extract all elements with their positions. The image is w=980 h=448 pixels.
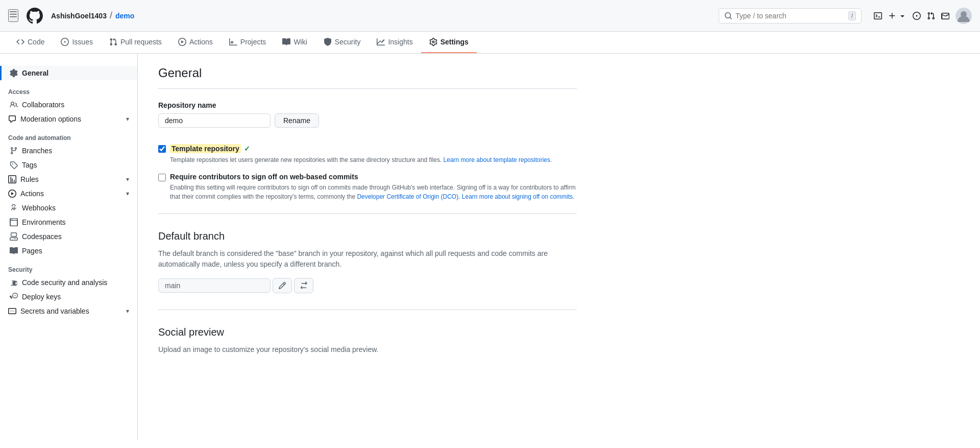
sidebar-item-moderation[interactable]: Moderation options ▾	[0, 112, 137, 126]
template-repo-desc: Template repositories let users generate…	[170, 155, 577, 164]
sidebar-item-deploy-keys[interactable]: Deploy keys	[0, 290, 137, 304]
code-security-icon	[10, 278, 18, 287]
sidebar-webhooks-label: Webhooks	[22, 204, 56, 212]
sidebar-item-environments[interactable]: Environments	[0, 215, 137, 229]
sidebar-item-code-security[interactable]: Code security and analysis	[0, 275, 137, 290]
pencil-icon	[278, 281, 286, 290]
sidebar-moderation-label: Moderation options	[20, 115, 81, 123]
sidebar-tags-label: Tags	[22, 161, 37, 169]
template-repo-label-wrap: Template repository ✓ Template repositor…	[170, 144, 577, 164]
sign-off-label-wrap: Require contributors to sign off on web-…	[170, 173, 577, 201]
template-repo-highlight: Template repository	[170, 144, 241, 153]
sidebar-deploy-keys-label: Deploy keys	[22, 293, 61, 301]
menu-icon[interactable]	[8, 9, 18, 22]
chevron-down-icon-actions: ▾	[126, 190, 129, 197]
nav-projects[interactable]: Projects	[221, 32, 275, 53]
breadcrumb-separator: /	[110, 10, 112, 21]
sidebar-item-collaborators[interactable]: Collaborators	[0, 98, 137, 112]
template-repo-checkbox[interactable]	[158, 145, 166, 153]
nav-pull-requests[interactable]: Pull requests	[101, 32, 170, 53]
repo-name-row: Rename	[158, 113, 577, 128]
divider-2	[158, 310, 577, 310]
repo-name-section: Repository name Rename	[158, 101, 577, 128]
comment-icon	[8, 115, 16, 123]
sidebar-general-label: General	[22, 69, 48, 77]
search-slash: /	[848, 11, 856, 20]
nav-code[interactable]: Code	[8, 32, 53, 53]
template-repo-row: Template repository ✓ Template repositor…	[158, 144, 577, 164]
search-icon	[724, 12, 732, 20]
sign-off-checkbox[interactable]	[158, 174, 166, 181]
social-preview-desc: Upload an image to customize your reposi…	[158, 344, 577, 355]
codespaces-icon	[10, 232, 18, 241]
sidebar-item-rules[interactable]: Rules ▾	[0, 172, 137, 186]
page-title: General	[158, 66, 577, 89]
breadcrumb-repo[interactable]: demo	[115, 12, 134, 20]
sidebar-code-security-label: Code security and analysis	[22, 278, 107, 287]
branch-input-row	[158, 278, 577, 293]
key-icon	[10, 293, 18, 301]
pages-icon	[10, 247, 18, 255]
nav-wiki[interactable]: Wiki	[274, 32, 315, 53]
switch-branch-btn[interactable]	[294, 278, 313, 293]
search-bar[interactable]: /	[719, 8, 862, 23]
sidebar-branches-label: Branches	[22, 147, 52, 155]
sidebar-item-branches[interactable]: Branches	[0, 144, 137, 158]
nav-insights[interactable]: Insights	[369, 32, 421, 53]
sidebar-item-actions[interactable]: Actions ▾	[0, 186, 137, 201]
edit-branch-btn[interactable]	[273, 278, 292, 293]
sidebar-item-secrets[interactable]: Secrets and variables ▾	[0, 304, 137, 318]
template-repo-checkmark: ✓	[244, 145, 250, 153]
repo-name-input[interactable]	[158, 113, 271, 128]
sidebar-item-tags[interactable]: Tags	[0, 158, 137, 172]
pullreq-btn[interactable]	[927, 12, 935, 20]
actions-icon	[8, 190, 16, 198]
chevron-down-icon: ▾	[126, 115, 129, 123]
sidebar-rules-label: Rules	[20, 175, 39, 183]
sign-off-desc: Enabling this setting will require contr…	[170, 183, 577, 201]
gear-icon	[10, 69, 18, 77]
template-repo-label[interactable]: Template repository ✓	[170, 144, 577, 153]
sidebar-item-codespaces[interactable]: Codespaces	[0, 229, 137, 244]
dco-link[interactable]: Developer Certificate of Origin (DCO).	[357, 193, 460, 200]
divider-1	[158, 214, 577, 214]
sign-off-label[interactable]: Require contributors to sign off on web-…	[170, 173, 577, 181]
sidebar-item-pages[interactable]: Pages	[0, 244, 137, 258]
breadcrumb-user[interactable]: AshishGoel1403	[51, 12, 107, 20]
issues-btn[interactable]	[913, 12, 921, 20]
default-branch-desc: The default branch is considered the "ba…	[158, 248, 577, 270]
sidebar-code-automation-section: Code and automation	[0, 126, 137, 144]
sidebar-item-general[interactable]: General	[0, 66, 137, 80]
nav-actions[interactable]: Actions	[170, 32, 221, 53]
social-preview-heading: Social preview	[158, 322, 577, 338]
tag-icon	[10, 161, 18, 169]
people-icon	[10, 101, 18, 109]
sign-off-link[interactable]: Learn more about signing off on commits	[462, 193, 573, 200]
sidebar-access-section: Access	[0, 80, 137, 98]
sidebar-item-webhooks[interactable]: Webhooks	[0, 201, 137, 215]
environments-icon	[10, 218, 18, 226]
social-preview-section: Social preview Upload an image to custom…	[158, 322, 577, 355]
avatar[interactable]	[955, 8, 972, 24]
default-branch-heading: Default branch	[158, 226, 577, 242]
search-input[interactable]	[736, 12, 845, 20]
inbox-btn[interactable]	[941, 12, 949, 20]
webhooks-icon	[10, 204, 18, 212]
nav-issues[interactable]: Issues	[53, 32, 101, 53]
chevron-down-icon-rules: ▾	[126, 176, 129, 183]
github-logo	[27, 8, 43, 24]
nav-security[interactable]: Security	[315, 32, 369, 53]
secrets-icon	[8, 307, 16, 315]
create-new-btn[interactable]	[888, 12, 906, 20]
branch-input[interactable]	[158, 278, 271, 293]
nav-settings[interactable]: Settings	[421, 32, 477, 53]
template-repo-link[interactable]: Learn more about template repositories	[444, 156, 550, 163]
repo-name-label: Repository name	[158, 101, 577, 109]
git-branch-icon	[10, 147, 18, 155]
sidebar-secrets-label: Secrets and variables	[20, 307, 89, 315]
rename-button[interactable]: Rename	[275, 113, 319, 128]
terminal-icon-btn[interactable]	[874, 12, 882, 20]
rules-icon	[8, 175, 16, 183]
main-content: General Repository name Rename Template …	[138, 54, 597, 440]
breadcrumb: AshishGoel1403 / demo	[51, 10, 134, 21]
